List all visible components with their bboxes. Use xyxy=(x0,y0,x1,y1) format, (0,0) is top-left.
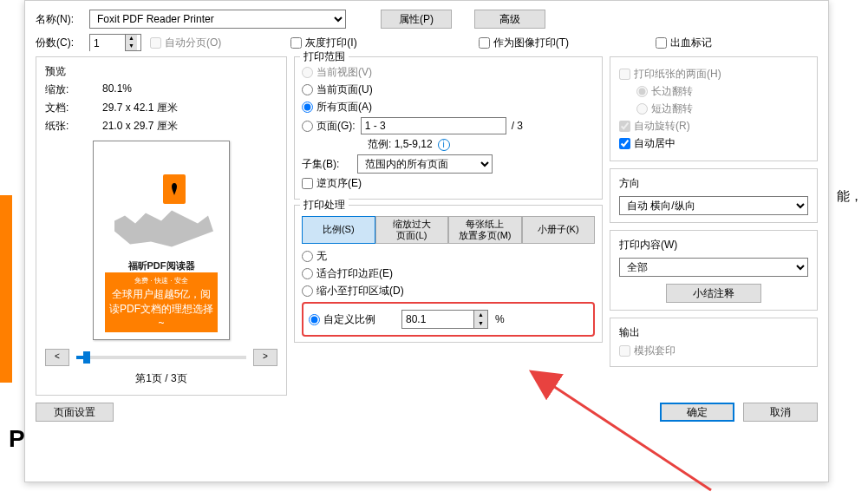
long-edge-radio: 长边翻转 xyxy=(636,84,693,99)
prev-page-button[interactable]: < xyxy=(45,349,69,366)
scale-none-radio[interactable]: 无 xyxy=(302,249,327,264)
zoom-value: 80.1% xyxy=(102,82,132,97)
preview-panel: 预览 缩放:80.1% 文档:29.7 x 42.1 厘米 纸张:21.0 x … xyxy=(36,56,287,396)
cancel-button[interactable]: 取消 xyxy=(743,403,818,422)
zoom-label: 缩放: xyxy=(45,82,102,97)
scale-tab-button[interactable]: 比例(S) xyxy=(302,216,375,244)
doc-label: 文档: xyxy=(45,101,102,115)
short-edge-radio: 短边翻转 xyxy=(636,102,693,116)
print-content-select[interactable]: 全部 xyxy=(619,258,808,277)
tile-tab-button[interactable]: 缩放过大 页面(L) xyxy=(375,216,449,244)
paper-value: 21.0 x 29.7 厘米 xyxy=(102,119,178,134)
orientation-panel: 方向 自动 横向/纵向 xyxy=(610,168,818,223)
doc-value: 29.7 x 42.1 厘米 xyxy=(102,101,178,115)
subset-label: 子集(B): xyxy=(302,157,357,172)
bleed-marks-checkbox[interactable]: 出血标记 xyxy=(656,36,712,50)
output-title: 输出 xyxy=(619,325,808,340)
print-content-panel: 打印内容(W) 全部 小结注释 xyxy=(610,230,818,311)
ok-button[interactable]: 确定 xyxy=(660,403,734,422)
duplex-panel: 打印纸张的两面(H) 长边翻转 短边翻转 自动旋转(R) 自动居中 xyxy=(610,56,818,161)
thumb-footer: 免费 · 快速 · 安全 全球用户超越5亿，阅读PDF文档的理想选择~ xyxy=(105,272,218,332)
range-example: 范例: 1,5-9,12 xyxy=(368,137,433,152)
grayscale-checkbox[interactable]: 灰度打印(I) xyxy=(290,36,356,50)
summarize-comments-button[interactable]: 小结注释 xyxy=(666,284,761,303)
page-slider[interactable] xyxy=(76,356,246,359)
print-handling-title: 打印处理 xyxy=(300,198,349,213)
current-view-radio: 当前视图(V) xyxy=(302,65,372,80)
foxit-badge-icon xyxy=(163,174,186,204)
percent-label: % xyxy=(495,313,505,325)
collate-checkbox: 自动分页(O) xyxy=(150,36,221,50)
paper-label: 纸张: xyxy=(45,119,102,134)
print-handling-group: 打印处理 比例(S) 缩放过大 页面(L) 每张纸上 放置多页(M) 小册子(K… xyxy=(294,205,603,343)
orientation-title: 方向 xyxy=(619,176,808,191)
all-pages-radio[interactable]: 所有页面(A) xyxy=(302,100,372,115)
properties-button[interactable]: 属性(P) xyxy=(381,10,452,29)
bg-text: 能， xyxy=(837,188,863,205)
info-icon[interactable]: i xyxy=(438,139,450,151)
thumb-map-graphic xyxy=(109,200,213,252)
custom-scale-spinner[interactable]: ▲▼ xyxy=(401,310,488,329)
orientation-select[interactable]: 自动 横向/纵向 xyxy=(619,196,808,215)
custom-scale-highlight: 自定义比例 ▲▼ % xyxy=(302,302,595,337)
subset-select[interactable]: 范围内的所有页面 xyxy=(357,154,493,174)
duplex-checkbox: 打印纸张的两面(H) xyxy=(619,67,721,82)
print-content-title: 打印内容(W) xyxy=(619,238,808,252)
printer-select[interactable]: Foxit PDF Reader Printer xyxy=(89,10,346,29)
preview-title: 预览 xyxy=(45,64,277,79)
copies-up[interactable]: ▲ xyxy=(126,35,137,43)
booklet-tab-button[interactable]: 小册子(K) xyxy=(522,216,596,244)
bg-letter: P xyxy=(9,425,25,453)
scale-down-icon[interactable]: ▼ xyxy=(474,319,487,328)
copies-spinner[interactable]: ▲▼ xyxy=(89,34,141,51)
copies-down[interactable]: ▼ xyxy=(126,43,137,50)
auto-center-checkbox[interactable]: 自动居中 xyxy=(619,136,675,151)
custom-scale-input[interactable] xyxy=(402,311,473,328)
next-page-button[interactable]: > xyxy=(253,349,277,366)
reverse-order-checkbox[interactable]: 逆页序(E) xyxy=(302,176,362,191)
print-dialog: 名称(N): Foxit PDF Reader Printer 属性(P) 高级… xyxy=(24,0,829,482)
auto-rotate-checkbox: 自动旋转(R) xyxy=(619,119,690,134)
page-thumbnail: 福昕PDF阅读器 (foxit reader) 免费 · 快速 · 安全 全球用… xyxy=(93,141,230,340)
pages-radio[interactable]: 页面(G): xyxy=(302,119,356,134)
multiple-tab-button[interactable]: 每张纸上 放置多页(M) xyxy=(448,216,522,244)
name-label: 名称(N): xyxy=(36,12,84,27)
scale-shrink-radio[interactable]: 缩小至打印区域(D) xyxy=(302,284,404,298)
output-panel: 输出 模拟套印 xyxy=(610,318,818,367)
print-range-group: 打印范围 当前视图(V) 当前页面(U) 所有页面(A) 页面(G): / 3 … xyxy=(294,56,603,200)
page-setup-button[interactable]: 页面设置 xyxy=(36,403,114,422)
pages-input[interactable] xyxy=(361,117,506,134)
current-page-radio[interactable]: 当前页面(U) xyxy=(302,82,373,97)
advanced-button[interactable]: 高级 xyxy=(474,10,545,29)
print-as-image-checkbox[interactable]: 作为图像打印(T) xyxy=(479,36,569,50)
print-range-title: 打印范围 xyxy=(300,49,349,64)
copies-label: 份数(C): xyxy=(36,36,84,50)
scale-fit-radio[interactable]: 适合打印边距(E) xyxy=(302,266,393,281)
total-pages: / 3 xyxy=(512,120,523,132)
scale-custom-radio[interactable]: 自定义比例 xyxy=(309,312,375,327)
thumb-title: 福昕PDF阅读器 xyxy=(128,259,195,272)
scale-up-icon[interactable]: ▲ xyxy=(474,311,487,319)
simulate-overprint-checkbox: 模拟套印 xyxy=(619,344,675,358)
copies-input[interactable] xyxy=(90,35,125,52)
page-indicator: 第1页 / 3页 xyxy=(45,371,277,386)
